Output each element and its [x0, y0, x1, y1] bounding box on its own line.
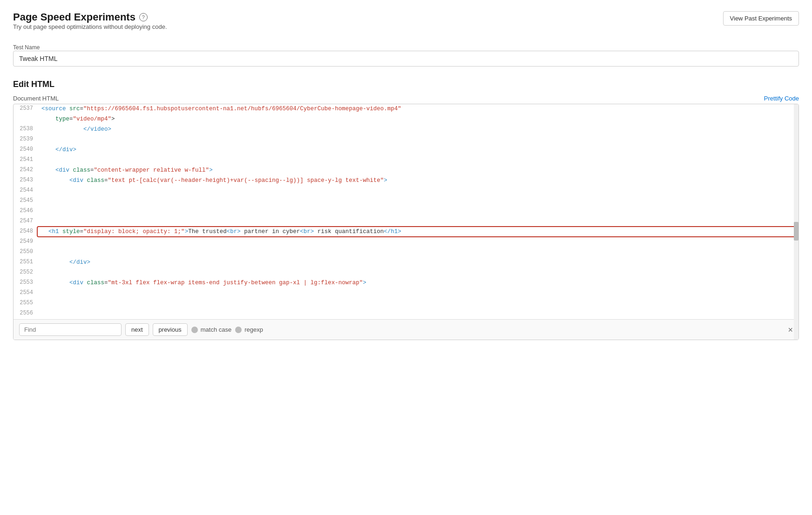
prettify-code-link[interactable]: Prettify Code — [764, 95, 799, 102]
line-number: 2543 — [14, 176, 38, 185]
next-button[interactable]: next — [125, 323, 149, 336]
line-content: <source src="https://6965604.fs1.hubspot… — [38, 104, 798, 114]
line-number: 2537 — [14, 104, 38, 113]
line-number: 2542 — [14, 166, 38, 174]
line-content: <div class="text pt-[calc(var(--header-h… — [38, 176, 798, 185]
line-content — [38, 299, 798, 308]
line-content — [38, 186, 798, 195]
code-line: type="video/mp4"> — [14, 114, 798, 125]
code-line: 2551 </div> — [14, 258, 798, 268]
line-number: 2554 — [14, 288, 38, 297]
regexp-option: regexp — [235, 326, 263, 333]
line-number: 2553 — [14, 278, 38, 287]
line-content — [38, 196, 798, 206]
code-line: 2544 — [14, 186, 798, 196]
code-line: 2552 — [14, 268, 798, 278]
find-input[interactable] — [19, 323, 122, 336]
line-number: 2551 — [14, 258, 38, 267]
edit-html-title: Edit HTML — [13, 80, 799, 89]
line-number: 2556 — [14, 309, 38, 318]
find-bar: next previous match case regexp × — [14, 319, 798, 340]
line-number: 2540 — [14, 145, 38, 154]
highlighted-code-line: 2548 <h1 style="display: block; opacity:… — [14, 227, 798, 237]
line-number: 2550 — [14, 247, 38, 256]
code-line: 2547 — [14, 217, 798, 227]
scrollbar-track[interactable] — [794, 104, 798, 340]
line-content — [38, 237, 798, 247]
regexp-toggle[interactable] — [235, 327, 242, 333]
code-line: 2553 <div class="mt-3xl flex flex-wrap i… — [14, 278, 798, 288]
find-bar-close-button[interactable]: × — [788, 326, 793, 334]
code-line: 2549 — [14, 237, 798, 247]
line-content — [38, 288, 798, 298]
line-number: 2547 — [14, 217, 38, 226]
editor-header: Document HTML Prettify Code — [13, 95, 799, 102]
line-number: 2545 — [14, 196, 38, 205]
highlighted-line-content: <h1 style="display: block; opacity: 1;">… — [38, 227, 798, 236]
code-line: 2555 — [14, 299, 798, 309]
code-line: 2541 — [14, 155, 798, 166]
code-line: 2546 — [14, 207, 798, 217]
code-line: 2550 — [14, 247, 798, 258]
line-content: </div> — [38, 258, 798, 267]
code-editor[interactable]: 2537 <source src="https://6965604.fs1.hu… — [13, 104, 799, 340]
line-content — [38, 155, 798, 165]
test-name-label: Test Name — [13, 44, 40, 51]
line-number: 2539 — [14, 135, 38, 144]
line-content: <div class="mt-3xl flex flex-wrap items-… — [38, 278, 798, 288]
line-content — [38, 247, 798, 257]
page-subtitle: Try out page speed optimizations without… — [13, 23, 167, 30]
line-content — [38, 217, 798, 226]
line-number: 2544 — [14, 186, 38, 195]
code-line: 2540 </div> — [14, 145, 798, 155]
page-header: Page Speed Experiments ? Try out page sp… — [13, 11, 799, 40]
help-icon[interactable]: ? — [139, 13, 148, 21]
line-number: 2548 — [14, 227, 38, 236]
match-case-option: match case — [191, 326, 231, 333]
page-container: Page Speed Experiments ? Try out page sp… — [0, 0, 812, 351]
code-line: 2539 — [14, 135, 798, 145]
match-case-label: match case — [201, 326, 231, 333]
title-section: Page Speed Experiments ? Try out page sp… — [13, 11, 167, 40]
code-line: 2542 <div class="content-wrapper relativ… — [14, 166, 798, 176]
line-content: <div class="content-wrapper relative w-f… — [38, 166, 798, 175]
code-line: 2545 — [14, 196, 798, 207]
regexp-label: regexp — [244, 326, 263, 333]
line-content: </video> — [38, 125, 798, 134]
line-number: 2546 — [14, 207, 38, 215]
test-name-input[interactable] — [13, 51, 799, 67]
page-title: Page Speed Experiments — [13, 11, 135, 23]
scrollbar-thumb[interactable] — [794, 222, 798, 241]
document-html-label: Document HTML — [13, 95, 59, 102]
line-content: </div> — [38, 145, 798, 154]
line-content — [38, 268, 798, 277]
line-number: 2549 — [14, 237, 38, 246]
line-number: 2541 — [14, 155, 38, 164]
code-lines: 2537 <source src="https://6965604.fs1.hu… — [14, 104, 798, 319]
code-line: 2537 <source src="https://6965604.fs1.hu… — [14, 104, 798, 114]
line-number: 2552 — [14, 268, 38, 277]
line-number: 2538 — [14, 125, 38, 134]
code-line: 2556 — [14, 309, 798, 319]
line-content — [38, 207, 798, 216]
code-line: 2554 — [14, 288, 798, 299]
line-content — [38, 135, 798, 144]
test-name-section: Test Name — [13, 43, 799, 67]
page-title-row: Page Speed Experiments ? — [13, 11, 167, 23]
previous-button[interactable]: previous — [153, 323, 188, 336]
match-case-toggle[interactable] — [191, 327, 198, 333]
code-line: 2543 <div class="text pt-[calc(var(--hea… — [14, 176, 798, 186]
code-line: 2538 </video> — [14, 125, 798, 135]
line-content: type="video/mp4"> — [38, 114, 798, 124]
line-content — [38, 309, 798, 318]
view-past-experiments-button[interactable]: View Past Experiments — [723, 11, 799, 26]
line-number: 2555 — [14, 299, 38, 308]
